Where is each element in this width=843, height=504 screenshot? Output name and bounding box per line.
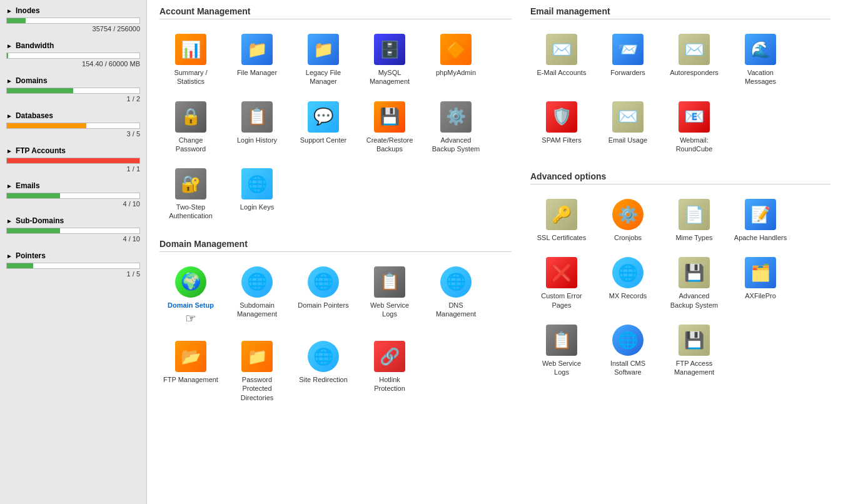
icon-item-emailusage[interactable]: ✉️ Email Usage [597,96,659,159]
icon-customerror: ❌ [546,257,577,288]
icon-label-siteredirect: Site Redirection [299,375,348,384]
icon-autoresponders: ✉️ [679,34,710,65]
icon-label-cron: Cronjobs [614,233,642,242]
sidebar-stats-bandwidth: 154.40 / 60000 MB [6,60,140,68]
icon-item-spam[interactable]: 🛡️ SPAM Filters [530,96,593,159]
arrow-icon: ► [6,183,13,189]
sidebar-section-subdomains[interactable]: ► Sub-Domains 4 / 10 [6,216,140,243]
icon-item-weblog[interactable]: 📋 Web ServiceLogs [358,261,421,331]
icon-label-twostep: Two-StepAuthentication [169,203,213,221]
icon-item-axfilepro[interactable]: 🗂️ AXFilePro [729,251,792,315]
sidebar-section-domains[interactable]: ► Domains 1 / 2 [6,76,140,103]
icon-item-domainpointer[interactable]: 🌐 Domain Pointers [292,261,355,331]
icon-item-advbackup[interactable]: ⚙️ AdvancedBackup System [425,96,487,159]
icon-item-loginhistory[interactable]: 📋 Login History [226,96,288,159]
sidebar-section-ftp[interactable]: ► FTP Accounts 1 / 1 [6,146,140,173]
sidebar-header-bandwidth[interactable]: ► Bandwidth [6,41,140,50]
icon-item-mysql[interactable]: 🗄️ MySQLManagement [358,28,421,92]
icon-advbackup2: 💾 [679,257,710,288]
icon-label-supportcenter: Support Center [300,136,347,144]
sidebar-header-domains[interactable]: ► Domains [6,76,140,85]
domain-management-title: Domain Management [159,239,512,252]
icon-item-autoresponders[interactable]: ✉️ Autoresponders [663,28,725,92]
icon-item-changepassword[interactable]: 🔒 ChangePassword [159,96,222,159]
icon-label-subdomain: SubdomainManagement [237,301,277,319]
icon-item-summary[interactable]: 📊 Summary /Statistics [159,28,222,92]
sidebar-section-inodes[interactable]: ► Inodes 35754 / 256000 [6,6,140,33]
icon-item-ftpmgmt[interactable]: 📂 FTP Management [159,335,222,408]
email-management-grid: ✉️ E-Mail Accounts 📨 Forwarders ✉️ Autor… [530,28,830,159]
icon-item-mime[interactable]: 📄 Mime Types [663,193,725,248]
icon-item-phpmyadmin[interactable]: 🔶 phpMyAdmin [425,28,487,92]
icon-ftpmgmt: 📂 [175,341,206,372]
progress-bar-container-ftp [6,158,140,164]
icon-weblog2: 📋 [546,325,577,356]
progress-bar-emails [7,193,60,198]
icon-item-weblog2[interactable]: 📋 Web ServiceLogs [530,319,593,383]
sidebar-header-emails[interactable]: ► Emails [6,181,140,190]
icon-item-apache[interactable]: 📝 Apache Handlers [729,193,792,248]
sidebar-header-databases[interactable]: ► Databases [6,111,140,120]
icon-cms: 🌐 [612,325,644,356]
arrow-icon: ► [6,78,13,84]
icon-item-vacation[interactable]: 🌊 VacationMessages [729,28,792,92]
icon-item-legacyfilemanager[interactable]: 📁 Legacy FileManager [292,28,355,92]
sidebar-header-subdomains[interactable]: ► Sub-Domains [6,216,140,225]
icon-mxrecords: 🌐 [612,257,644,288]
icon-item-passwddir[interactable]: 📁 PasswordProtectedDirectories [226,335,288,408]
icon-label-customerror: Custom ErrorPages [541,291,582,310]
icon-item-ftpaccess[interactable]: 💾 FTP AccessManagement [663,319,725,383]
icon-item-forwarders[interactable]: 📨 Forwarders [597,28,659,92]
icon-axfilepro: 🗂️ [745,257,776,288]
icon-item-siteredirect[interactable]: 🌐 Site Redirection [292,335,355,408]
icon-label-dns: DNSManagement [436,301,476,319]
icon-label-phpmyadmin: phpMyAdmin [436,68,476,77]
icon-item-loginkeys[interactable]: 🌐 Login Keys [226,163,288,226]
icon-item-dns[interactable]: 🌐 DNSManagement [425,261,487,331]
sidebar-stats-databases: 3 / 5 [6,130,140,138]
icon-spam: 🛡️ [546,101,577,133]
icon-label-axfilepro: AXFilePro [745,291,776,300]
sidebar-header-inodes[interactable]: ► Inodes [6,6,140,15]
icon-item-supportcenter[interactable]: 💬 Support Center [292,96,355,159]
sidebar-section-emails[interactable]: ► Emails 4 / 10 [6,181,140,208]
icon-item-domainsetup[interactable]: 🌍 Domain Setup ☞ [159,261,222,331]
icon-item-webmail[interactable]: 📧 Webmail:RoundCube [663,96,725,159]
progress-bar-container-databases [6,123,140,129]
sidebar-stats-inodes: 35754 / 256000 [6,25,140,33]
sidebar-header-pointers[interactable]: ► Pointers [6,251,140,260]
icon-item-advbackup2[interactable]: 💾 AdvancedBackup System [663,251,725,315]
icon-item-customerror[interactable]: ❌ Custom ErrorPages [530,251,593,315]
icon-item-createbackups[interactable]: 💾 Create/RestoreBackups [358,96,421,159]
icon-item-hotlink[interactable]: 🔗 HotlinkProtection [358,335,421,408]
icon-item-subdomain[interactable]: 🌐 SubdomainManagement [226,261,288,331]
icon-item-cron[interactable]: ⚙️ Cronjobs [597,193,659,248]
sidebar-label-emails: Emails [16,181,40,190]
icon-label-hotlink: HotlinkProtection [374,375,405,393]
icon-label-emailusage: Email Usage [608,136,647,144]
icon-label-summary: Summary /Statistics [174,68,207,86]
icon-label-domainsetup: Domain Setup [168,301,214,310]
icon-item-mxrecords[interactable]: 🌐 MX Records [597,251,659,315]
icon-label-vacation: VacationMessages [745,68,776,86]
progress-bar-databases [7,123,86,128]
icon-item-filemanager[interactable]: 📁 File Manager [226,28,288,92]
icon-passwddir: 📁 [241,341,273,372]
icon-item-cms[interactable]: 🌐 Install CMSSoftware [597,319,659,383]
sidebar-stats-pointers: 1 / 5 [6,270,140,278]
icon-label-legacyfilemanager: Legacy FileManager [306,68,341,86]
icon-mime: 📄 [679,199,710,230]
sidebar-section-bandwidth[interactable]: ► Bandwidth 154.40 / 60000 MB [6,41,140,68]
sidebar-section-pointers[interactable]: ► Pointers 1 / 5 [6,251,140,278]
icon-ssl: 🔑 [546,199,577,230]
icon-item-ssl[interactable]: 🔑 SSL Certificates [530,193,593,248]
icon-item-twostep[interactable]: 🔐 Two-StepAuthentication [159,163,222,226]
domain-management-grid: 🌍 Domain Setup ☞ 🌐 SubdomainManagement 🌐… [159,261,512,408]
icon-label-webmail: Webmail:RoundCube [676,136,713,154]
sidebar-section-databases[interactable]: ► Databases 3 / 5 [6,111,140,138]
icon-phpmyadmin: 🔶 [440,34,472,65]
sidebar-stats-emails: 4 / 10 [6,200,140,208]
sidebar-header-ftp[interactable]: ► FTP Accounts [6,146,140,155]
icon-item-emailaccounts[interactable]: ✉️ E-Mail Accounts [530,28,593,92]
sidebar-label-pointers: Pointers [16,251,46,260]
